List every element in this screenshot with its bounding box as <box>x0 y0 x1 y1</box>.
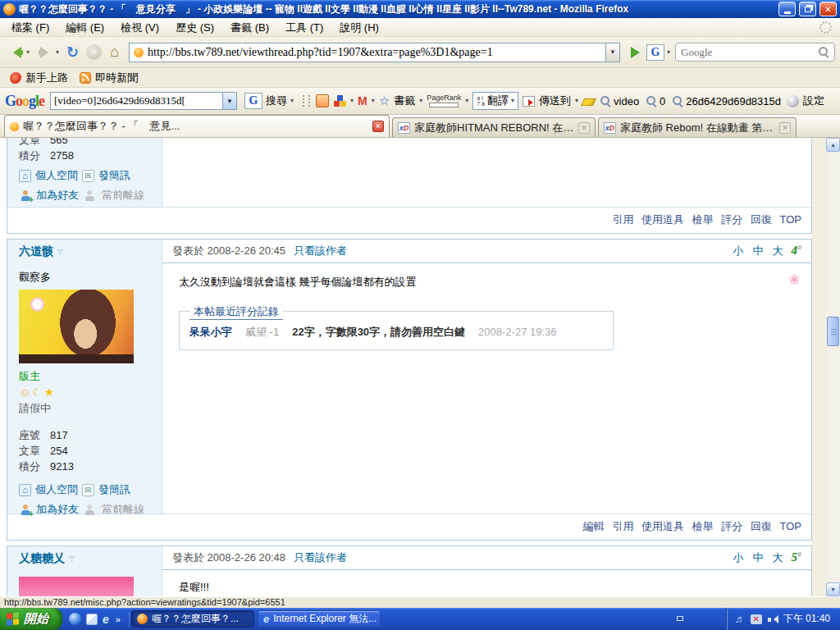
toolbar-bookmarks-button[interactable]: 書籤 <box>394 94 415 108</box>
stop-button[interactable]: ✕ <box>86 44 102 60</box>
toolbar-splitter-handle[interactable] <box>303 95 310 107</box>
scroll-down-icon[interactable]: ▼ <box>826 582 840 596</box>
post-4-author-link[interactable]: 六道骸 <box>19 244 53 259</box>
send-pm-link[interactable]: 發簡訊 <box>98 482 130 497</box>
close-button[interactable]: ✕ <box>819 2 837 16</box>
tab-current-thread[interactable]: 喔？？怎麼回事？？ - 「 意見... ✕ <box>4 115 390 137</box>
rate-link[interactable]: 評分 <box>721 213 742 226</box>
home-button[interactable]: ⌂ <box>107 43 122 61</box>
font-medium-link[interactable]: 中 <box>752 550 763 565</box>
url-input[interactable] <box>144 46 605 59</box>
only-author-link[interactable]: 只看該作者 <box>294 244 347 258</box>
font-large-link[interactable]: 大 <box>772 244 783 258</box>
quicklaunch-overflow-icon[interactable]: » <box>114 614 122 624</box>
translate-button[interactable]: a í7 ă翻譯▾ <box>472 92 518 110</box>
highlighter-icon[interactable] <box>581 98 596 106</box>
props-link[interactable]: 使用道具 <box>641 213 684 226</box>
author-dropdown-icon[interactable]: ▽ <box>57 248 63 256</box>
top-link[interactable]: TOP <box>780 520 802 532</box>
author-dropdown-icon[interactable]: ▽ <box>69 555 75 563</box>
minimize-button[interactable] <box>778 2 796 16</box>
quote-link[interactable]: 引用 <box>612 520 633 532</box>
menu-tools[interactable]: 工具 (T) <box>277 19 331 36</box>
tab-reborn-video-1[interactable]: xD 家庭教師HITMAN REBORN! 在線動... ✕ <box>392 117 596 137</box>
apps-blocks-icon[interactable] <box>333 94 346 107</box>
search-icon[interactable] <box>819 47 829 57</box>
find-word-button-1[interactable]: video <box>599 95 641 107</box>
rating-user-link[interactable]: 呆呆小宇 <box>189 325 232 340</box>
messenger-icon[interactable] <box>86 614 98 625</box>
scroll-up-icon[interactable]: ▲ <box>826 138 840 152</box>
tray-media-icon[interactable]: ♬ <box>735 613 746 625</box>
toolbar-settings-button[interactable]: 設定 <box>803 94 824 108</box>
menu-history[interactable]: 歷史 (S) <box>167 19 222 36</box>
rating-record-title[interactable]: 本帖最近評分記錄 <box>189 304 283 320</box>
taskbar-toolbar-grip[interactable] <box>672 616 688 622</box>
taskbar-clock[interactable]: 下午 01:40 <box>783 612 830 626</box>
forward-dropdown[interactable]: ▾ <box>56 49 59 56</box>
toolbar-search-history-dropdown[interactable]: ▼ <box>222 93 236 109</box>
bookmark-latest-news[interactable]: 即時新聞 <box>76 71 141 85</box>
quote-link[interactable]: 引用 <box>612 213 633 226</box>
tab-close-icon[interactable]: ✕ <box>779 122 791 134</box>
report-link[interactable]: 檢舉 <box>692 520 714 532</box>
send-pm-link[interactable]: 發簡訊 <box>98 168 130 183</box>
reply-link[interactable]: 回復 <box>751 520 772 532</box>
edit-link[interactable]: 編輯 <box>583 520 605 532</box>
tab-reborn-video-2[interactable]: xD 家庭教師 Rebom! 在線動畫 第66話 -... ✕ <box>598 117 797 137</box>
add-friend-link[interactable]: 加為好友 <box>36 188 79 203</box>
bookmark-getting-started[interactable]: 新手上路 <box>7 71 71 85</box>
reply-link[interactable]: 回復 <box>751 213 772 226</box>
top-link[interactable]: TOP <box>780 213 802 226</box>
post-5-author-link[interactable]: 乂糖糖乂 <box>19 551 65 566</box>
vertical-scrollbar[interactable]: ▲ ▼ <box>826 138 840 596</box>
tray-volume-icon[interactable] <box>767 614 777 624</box>
desktop-globe-icon[interactable] <box>69 613 81 625</box>
toolbar-search-input[interactable] <box>51 94 222 107</box>
font-small-link[interactable]: 小 <box>733 244 743 258</box>
back-button[interactable]: ▾ <box>5 44 32 61</box>
add-friend-link[interactable]: 加為好友 <box>36 502 79 517</box>
find-word-button-2[interactable]: 0 <box>645 95 667 107</box>
menu-bookmarks[interactable]: 書籤 (B) <box>222 19 277 36</box>
menu-edit[interactable]: 編輯 (E) <box>57 19 112 36</box>
tray-disconnected-icon[interactable]: ✕ <box>751 614 762 624</box>
font-small-link[interactable]: 小 <box>733 550 743 565</box>
task-firefox-window[interactable]: 喔？？怎麼回事？... <box>131 610 254 628</box>
start-button[interactable]: 開始 <box>0 608 62 630</box>
only-author-link[interactable]: 只看該作者 <box>294 550 347 565</box>
user-space-link[interactable]: 個人空間 <box>35 482 78 497</box>
search-input[interactable] <box>681 46 819 59</box>
pagerank-indicator[interactable]: PageRank <box>427 94 461 107</box>
scrollbar-thumb[interactable] <box>827 317 839 346</box>
font-large-link[interactable]: 大 <box>772 550 783 565</box>
avatar[interactable] <box>19 577 134 596</box>
menu-view[interactable]: 檢視 (V) <box>112 19 167 36</box>
find-word-button-3[interactable]: 26d6429d69d8315d <box>671 95 783 107</box>
task-internet-explorer[interactable]: e Internet Explorer 無法... <box>258 610 381 628</box>
report-link[interactable]: 檢舉 <box>692 213 714 226</box>
send-to-button[interactable]: 傳送到 <box>539 94 571 108</box>
rate-link[interactable]: 評分 <box>721 520 742 532</box>
forward-button[interactable]: ▾ <box>34 44 62 61</box>
ie-quicklaunch-icon[interactable]: e <box>103 613 109 626</box>
props-link[interactable]: 使用道具 <box>641 520 684 532</box>
reload-button[interactable]: ↻ <box>64 43 81 62</box>
rate-flower-icon[interactable]: ❀ <box>789 272 800 287</box>
restore-button[interactable] <box>799 2 816 16</box>
font-medium-link[interactable]: 中 <box>752 244 763 258</box>
avatar[interactable] <box>19 290 134 363</box>
go-button[interactable] <box>631 47 640 58</box>
search-engine-icon[interactable]: G <box>646 44 664 61</box>
toolbar-search-button[interactable]: G搜尋▾ <box>241 91 297 111</box>
photos-icon[interactable] <box>316 94 329 107</box>
gmail-icon[interactable]: M <box>358 94 368 107</box>
url-history-dropdown[interactable]: ▼ <box>605 43 619 62</box>
tab-close-icon[interactable]: ✕ <box>578 122 590 134</box>
menu-file[interactable]: 檔案 (F) <box>3 19 57 36</box>
user-space-link[interactable]: 個人空間 <box>35 168 78 183</box>
tab-close-icon[interactable]: ✕ <box>372 121 384 132</box>
search-engine-dropdown[interactable]: ▾ <box>667 49 670 56</box>
back-dropdown[interactable]: ▾ <box>26 49 30 56</box>
menu-help[interactable]: 說明 (H) <box>331 19 387 36</box>
